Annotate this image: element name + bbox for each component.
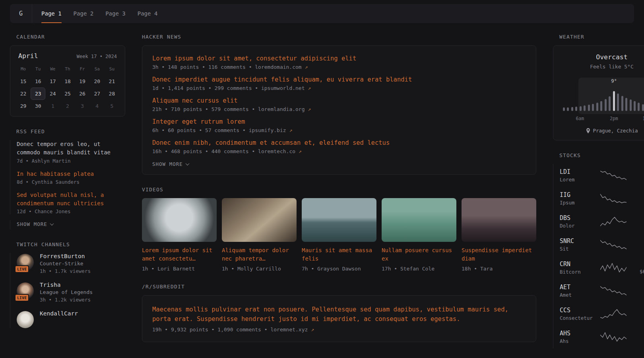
stock-sparkline <box>600 239 627 250</box>
weather-location-text: Prague, Czechia <box>593 128 638 134</box>
rss-item-meta: 8d • Cynthia Saunders <box>17 179 125 185</box>
hn-item-domain-link[interactable]: loremtech.co ↗ <box>258 148 302 154</box>
twitch-channel-name[interactable]: KendallCarr <box>40 310 78 317</box>
calendar-day[interactable]: 3 <box>75 100 90 112</box>
twitch-channel-row[interactable]: LIVE KendallCarr <box>17 310 125 328</box>
page-tabs: Page 1 Page 2 Page 3 Page 4 <box>35 4 163 23</box>
hn-item: Integer eget rutrum lorem 6h • 60 points… <box>152 118 526 133</box>
weather-condition: Overcast <box>561 53 644 61</box>
video-title[interactable]: Suspendisse imperdiet diam <box>462 247 532 262</box>
stock-row[interactable]: SNRC Sit +1.36% $148.64 <box>553 233 644 256</box>
calendar-day[interactable]: 16 <box>31 75 45 88</box>
hn-item-title[interactable]: Lorem ipsum dolor sit amet, consectetur … <box>152 55 526 62</box>
calendar-day[interactable]: 28 <box>105 88 119 100</box>
stock-numbers: +0.92% $499.72 <box>630 284 644 298</box>
hn-item-domain-link[interactable]: ipsumworld.net ↗ <box>261 85 311 91</box>
stock-row[interactable]: AHS Ahs +0.46% $12.40 <box>553 325 644 348</box>
app-logo[interactable]: G <box>10 4 32 23</box>
stock-name: Amet <box>560 292 596 298</box>
stock-row[interactable]: AET Amet +0.92% $499.72 <box>553 279 644 302</box>
video-title[interactable]: Lorem ipsum dolor sit amet consectetu… <box>142 247 212 262</box>
page-tab[interactable]: Page 3 <box>99 4 132 23</box>
stock-id: AHS Ahs <box>560 330 596 344</box>
hn-item-domain-link[interactable]: loremlandia.org ↗ <box>258 106 311 112</box>
hn-item-title[interactable]: Donec enim nibh, condimentum et accumsan… <box>152 139 526 146</box>
stock-name: Consectetur <box>560 315 596 321</box>
video-title[interactable]: Aliquam tempor dolor nec pharetra… <box>222 247 289 262</box>
stock-row[interactable]: IIG Ipsum +2.84% $42.04 <box>553 187 644 210</box>
subreddit-post-meta: 19h • 9,932 points • 1,090 comments • lo… <box>152 327 526 333</box>
calendar-day[interactable]: 26 <box>75 88 90 100</box>
dashboard-grid: CALENDAR April Week 17 • 2024 MoTuWeThFr… <box>10 34 634 358</box>
video-card[interactable]: Nullam posuere cursus ex 17h • Stefan Co… <box>382 198 456 272</box>
hn-item-title[interactable]: Aliquam nec cursus elit <box>152 97 526 104</box>
hn-item-domain-link[interactable]: ipsumify.biz ↗ <box>249 127 293 133</box>
calendar-day[interactable]: 22 <box>16 88 31 100</box>
subreddit-post-domain-link[interactable]: loremnet.xyz ↗ <box>270 327 314 333</box>
video-card[interactable]: Lorem ipsum dolor sit amet consectetu… 1… <box>142 198 217 272</box>
calendar-day[interactable]: 1 <box>45 100 60 112</box>
hn-item-domain-link[interactable]: loremdomain.com ↗ <box>255 64 308 70</box>
video-thumbnail[interactable] <box>222 198 297 242</box>
weather-location: Prague, Czechia <box>561 128 644 134</box>
video-title[interactable]: Mauris sit amet massa felis <box>302 247 372 262</box>
video-thumbnail[interactable] <box>142 198 217 242</box>
video-thumbnail[interactable] <box>462 198 536 242</box>
calendar-day[interactable]: 27 <box>90 88 105 100</box>
stock-sparkline <box>600 308 627 319</box>
external-link-icon: ↗ <box>308 85 311 91</box>
section-title-hackernews: HACKER NEWS <box>142 34 536 40</box>
calendar-day-header: Tu <box>31 64 45 75</box>
stock-numbers: +0.46% $12.40 <box>630 330 644 344</box>
page-tab[interactable]: Page 1 <box>35 4 68 23</box>
stock-id: DBS Dolor <box>560 214 596 229</box>
calendar-day[interactable]: 15 <box>16 75 31 88</box>
page-tab[interactable]: Page 4 <box>132 4 164 23</box>
subreddit-post-title[interactable]: Maecenas mollis pulvinar erat non posuer… <box>152 305 526 324</box>
calendar-day[interactable]: 30 <box>31 100 45 112</box>
page-tab[interactable]: Page 2 <box>68 4 100 23</box>
twitch-channel-row[interactable]: LIVE ForrestBurton Counter-Strike 1h • 1… <box>17 253 125 274</box>
hn-item-title[interactable]: Integer eget rutrum lorem <box>152 118 526 125</box>
stock-row[interactable]: LDI Lorem +4.35% $795.18 <box>553 164 644 187</box>
stock-row[interactable]: CCS Consectetur +0.51% $165.84 <box>553 302 644 325</box>
calendar-day[interactable]: 18 <box>60 75 75 88</box>
hackernews-show-more-button[interactable]: SHOW MORE <box>152 161 189 167</box>
twitch-channel-name[interactable]: Trisha <box>40 282 93 288</box>
weather-bar <box>609 96 611 111</box>
video-card[interactable]: Suspendisse imperdiet diam 18h • Tara <box>462 198 536 272</box>
video-thumbnail[interactable] <box>382 198 456 242</box>
hn-item-title[interactable]: Donec imperdiet augue tincidunt felis al… <box>152 76 526 83</box>
calendar-day-header: Mo <box>16 64 31 75</box>
chevron-down-icon <box>50 222 54 226</box>
calendar-day[interactable]: 23 <box>31 88 45 100</box>
video-title[interactable]: Nullam posuere cursus ex <box>382 247 452 262</box>
calendar-day[interactable]: 5 <box>105 100 119 112</box>
twitch-channel-row[interactable]: LIVE Trisha League of Legends 3h • 1.2k … <box>17 282 125 303</box>
calendar-day[interactable]: 19 <box>75 75 90 88</box>
rss-item-title[interactable]: Sed volutpat nulla nisl, a condimentum n… <box>17 191 125 208</box>
stock-change-percent: +0.51% <box>630 307 644 313</box>
calendar-day[interactable]: 20 <box>90 75 105 88</box>
rss-show-more-button[interactable]: SHOW MORE <box>17 221 53 227</box>
rss-item-title[interactable]: In hac habitasse platea <box>17 170 125 178</box>
calendar-day-header: We <box>45 64 60 75</box>
calendar-day[interactable]: 2 <box>60 100 75 112</box>
video-thumbnail[interactable] <box>302 198 376 242</box>
twitch-channel-name[interactable]: ForrestBurton <box>40 253 91 259</box>
calendar-day[interactable]: 24 <box>45 88 60 100</box>
stock-symbol: SNRC <box>560 237 596 245</box>
rss-item-title[interactable]: Donec tempor eros leo, ut commodo mauris… <box>17 140 125 157</box>
calendar-day[interactable]: 4 <box>90 100 105 112</box>
stock-row[interactable]: DBS Dolor +1.42% $156.28 <box>553 210 644 233</box>
calendar-day[interactable]: 21 <box>105 75 119 88</box>
twitch-widget: TWITCH CHANNELS LIVE ForrestBurton Count… <box>10 241 125 328</box>
calendar-day[interactable]: 25 <box>60 88 75 100</box>
stock-price: $499.72 <box>630 292 644 298</box>
stock-row[interactable]: CRN Bitcorn -1.00% $66,171.48 <box>553 256 644 279</box>
video-card[interactable]: Mauris sit amet massa felis 7h • Grayson… <box>302 198 376 272</box>
calendar-day[interactable]: 29 <box>16 100 31 112</box>
calendar-day[interactable]: 17 <box>45 75 60 88</box>
weather-bar <box>634 101 636 111</box>
video-card[interactable]: Aliquam tempor dolor nec pharetra… 1h • … <box>222 198 297 272</box>
